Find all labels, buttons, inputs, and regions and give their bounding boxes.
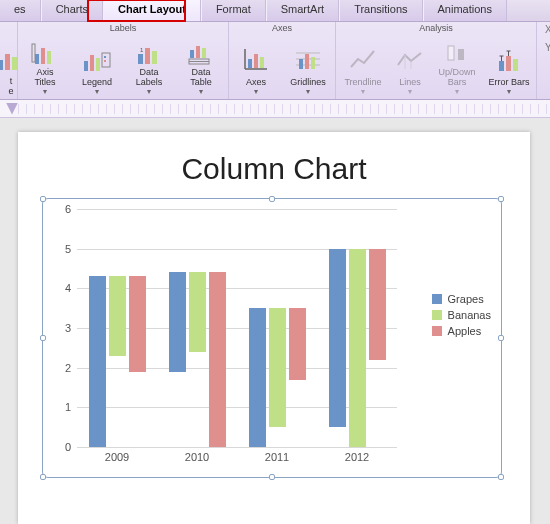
svg-rect-5 <box>47 51 51 64</box>
axis-titles-label: Axis Titles <box>34 68 55 88</box>
tab-charts[interactable]: Charts <box>41 0 103 21</box>
group-title-axes: Axes <box>229 22 335 33</box>
svg-rect-19 <box>202 48 206 58</box>
updown-bars-button[interactable]: Up/Down Bars▾ <box>434 39 480 99</box>
horizontal-ruler <box>0 100 550 118</box>
bar[interactable] <box>249 308 266 447</box>
axis-titles-button[interactable]: Axis Titles▾ <box>22 39 68 99</box>
svg-rect-39 <box>513 59 518 71</box>
bar[interactable] <box>329 249 346 428</box>
y-axis-tick-label: 5 <box>65 243 71 255</box>
data-table-button[interactable]: Data Table▾ <box>178 39 224 99</box>
column-chart[interactable]: 01234562009201020112012 GrapesBananasApp… <box>42 198 502 478</box>
svg-rect-30 <box>299 59 303 69</box>
legend-item[interactable]: Apples <box>432 325 491 337</box>
legend-item[interactable]: Bananas <box>432 309 491 321</box>
svg-rect-35 <box>448 46 454 60</box>
lines-button[interactable]: Lines▾ <box>392 39 428 99</box>
ribbon-group-axes: Axes Axes▾ Gridlines▾ <box>229 22 336 99</box>
pos-x-label: X: <box>545 24 550 35</box>
data-table-label: Data Table <box>190 68 212 88</box>
bar-group <box>249 308 306 447</box>
chart-legend[interactable]: GrapesBananasApples <box>432 289 491 341</box>
resize-handle-br[interactable] <box>498 474 504 480</box>
ribbon-tabbar: es Charts Chart Layout Format SmartArt T… <box>0 0 550 22</box>
legend-item[interactable]: Grapes <box>432 293 491 305</box>
updown-bars-label: Up/Down Bars <box>438 68 475 88</box>
legend-label: Grapes <box>448 293 484 305</box>
axes-button[interactable]: Axes▾ <box>233 39 279 99</box>
svg-rect-3 <box>35 54 39 64</box>
legend-label: Apples <box>448 325 482 337</box>
y-axis-tick-label: 1 <box>65 401 71 413</box>
error-bars-button[interactable]: Error Bars▾ <box>486 39 532 99</box>
bar[interactable] <box>209 272 226 447</box>
gridline <box>77 209 397 210</box>
gridlines-button[interactable]: Gridlines▾ <box>285 39 331 99</box>
svg-rect-36 <box>458 49 464 60</box>
x-axis-tick-label: 2009 <box>105 451 129 463</box>
chart-title-text[interactable]: Column Chart <box>42 152 506 186</box>
x-axis-tick-label: 2012 <box>345 451 369 463</box>
bar[interactable] <box>349 249 366 447</box>
pos-y-label: Y: <box>545 42 550 53</box>
svg-rect-1 <box>5 54 10 70</box>
bar-group <box>329 249 386 447</box>
bar[interactable] <box>289 308 306 379</box>
svg-rect-38 <box>506 56 511 71</box>
resize-handle-mb[interactable] <box>269 474 275 480</box>
tab-animations[interactable]: Animations <box>423 0 507 21</box>
data-labels-button[interactable]: 1 Data Labels▾ <box>126 39 172 99</box>
slide-page[interactable]: Column Chart 01234562009201020112012 Gra… <box>18 132 530 524</box>
resize-handle-mt[interactable] <box>269 196 275 202</box>
ruler-indent-marker[interactable] <box>6 103 18 115</box>
resize-handle-tl[interactable] <box>40 196 46 202</box>
y-axis-tick-label: 4 <box>65 282 71 294</box>
resize-handle-bl[interactable] <box>40 474 46 480</box>
bar[interactable] <box>89 276 106 447</box>
trendline-button[interactable]: Trendline▾ <box>340 39 386 99</box>
data-table-icon <box>184 39 218 66</box>
resize-handle-mr[interactable] <box>498 335 504 341</box>
trendline-icon <box>346 44 380 76</box>
bar[interactable] <box>109 276 126 355</box>
legend-icon <box>80 44 114 76</box>
ribbon-group-analysis: Analysis Trendline▾ Lines▾ Up/Down Bars▾… <box>336 22 537 99</box>
svg-rect-13 <box>138 54 143 64</box>
legend-button[interactable]: Legend▾ <box>74 39 120 99</box>
ribbon-group-position: X: Y: <box>537 22 550 99</box>
bar[interactable] <box>369 249 386 360</box>
tab-format[interactable]: Format <box>201 0 266 21</box>
svg-rect-18 <box>196 46 200 58</box>
y-axis-tick-label: 2 <box>65 362 71 374</box>
svg-text:1: 1 <box>140 47 144 53</box>
bar[interactable] <box>129 276 146 371</box>
tab-chart-layout[interactable]: Chart Layout <box>103 0 201 21</box>
bar[interactable] <box>189 272 206 351</box>
bar[interactable] <box>169 272 186 371</box>
tab-transitions[interactable]: Transitions <box>339 0 422 21</box>
lines-icon <box>393 44 427 76</box>
axes-icon <box>239 44 273 76</box>
y-axis-tick-label: 0 <box>65 441 71 453</box>
slide-canvas-area: Column Chart 01234562009201020112012 Gra… <box>0 118 550 524</box>
resize-handle-ml[interactable] <box>40 335 46 341</box>
tab-smartart[interactable]: SmartArt <box>266 0 339 21</box>
tab-partial-es[interactable]: es <box>0 0 41 21</box>
svg-rect-12 <box>104 60 106 62</box>
group-title-labels: Labels <box>18 22 228 33</box>
svg-rect-37 <box>499 61 504 71</box>
chart-plot-area: 01234562009201020112012 <box>77 209 397 447</box>
x-axis-tick-label: 2010 <box>185 451 209 463</box>
updown-bars-icon <box>440 39 474 66</box>
legend-label: Bananas <box>448 309 491 321</box>
svg-rect-14 <box>145 48 150 64</box>
bar[interactable] <box>269 308 286 427</box>
legend-swatch <box>432 294 442 304</box>
svg-rect-24 <box>248 59 252 68</box>
resize-handle-tr[interactable] <box>498 196 504 202</box>
svg-rect-31 <box>305 54 309 69</box>
chart-title-button-partial[interactable]: te <box>4 39 18 99</box>
gridline <box>77 447 397 448</box>
svg-rect-25 <box>254 54 258 68</box>
